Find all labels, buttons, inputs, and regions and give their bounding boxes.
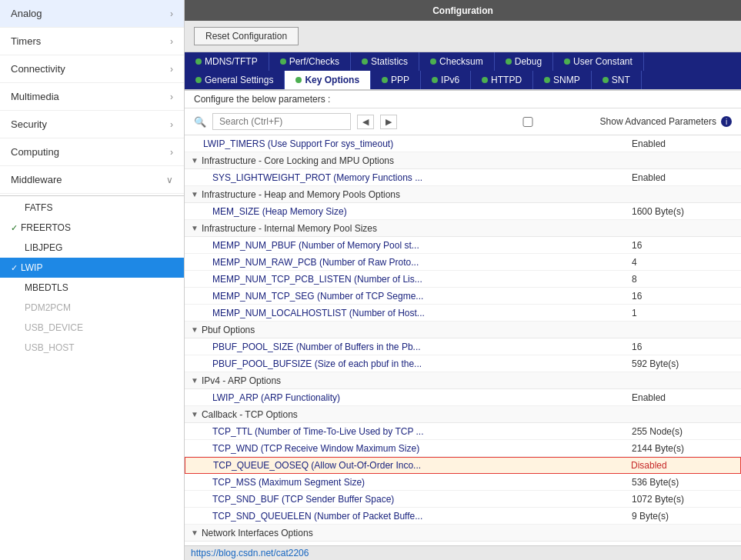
collapse-icon: ▼ — [191, 528, 199, 537]
tab-checksum[interactable]: Checksum — [419, 52, 495, 71]
show-advanced-checkbox[interactable] — [459, 117, 597, 127]
sidebar-sub-pdm2pcm: PDM2PCM — [0, 298, 184, 318]
param-name: LWIP_TIMERS (Use Support For sys_timeout… — [203, 138, 632, 149]
param-value: 536 Byte(s) — [632, 477, 732, 488]
sidebar-sub-libjpeg[interactable]: LIBJPEG — [0, 238, 184, 258]
param-name: TCP_TTL (Number of Time-To-Live Used by … — [212, 426, 632, 437]
table-row[interactable]: MEMP_NUM_RAW_PCB (Number of Raw Proto...… — [185, 254, 741, 271]
param-name: SYS_LIGHTWEIGHT_PROT (Memory Functions .… — [212, 172, 632, 183]
param-value: Enabled — [632, 138, 732, 149]
tab-ipv6[interactable]: IPv6 — [421, 71, 471, 89]
param-name: PBUF_POOL_SIZE (Number of Buffers in the… — [212, 342, 632, 352]
search-input[interactable] — [212, 113, 351, 130]
table-row[interactable]: TCP_TTL (Number of Time-To-Live Used by … — [185, 423, 741, 440]
tab-statistics[interactable]: Statistics — [351, 52, 419, 71]
param-name: MEM_SIZE (Heap Memory Size) — [212, 206, 632, 217]
table-row[interactable]: TCP_QUEUE_OOSEQ (Allow Out-Of-Order Inco… — [185, 457, 741, 474]
sidebar-sub-lwip[interactable]: ✓ LWIP — [0, 258, 184, 278]
param-value: Enabled — [632, 392, 732, 403]
tab-user-constant[interactable]: User Constant — [553, 52, 644, 71]
nav-prev-button[interactable]: ◀ — [357, 115, 374, 129]
tab-dot-icon — [382, 77, 388, 83]
tab-general-settings[interactable]: General Settings — [185, 71, 285, 89]
table-row[interactable]: PBUF_POOL_BUFSIZE (Size of each pbuf in … — [185, 355, 741, 372]
tabs-row2: General Settings Key Options PPP IPv6 HT… — [185, 71, 741, 91]
section-title: Infrastructure - Heap and Memory Pools O… — [202, 189, 400, 200]
param-name: MEMP_NUM_LOCALHOSTLIST (Number of Host..… — [212, 308, 632, 318]
tab-httpd[interactable]: HTTPD — [471, 71, 533, 89]
main-title: Configuration — [432, 5, 493, 16]
table-row[interactable]: MEM_SIZE (Heap Memory Size)1600 Byte(s) — [185, 203, 741, 220]
table-row[interactable]: MEMP_NUM_TCP_PCB_LISTEN (Number of Lis..… — [185, 271, 741, 288]
tab-snmp[interactable]: SNMP — [533, 71, 592, 89]
chevron-down-icon: ∨ — [166, 175, 173, 185]
check-icon: ✓ — [11, 223, 18, 233]
chevron-right-icon: › — [170, 8, 173, 19]
sidebar-sub-fatfs[interactable]: FATFS — [0, 198, 184, 218]
show-advanced-container: Show Advanced Parameters i — [459, 116, 732, 127]
param-value: 592 Byte(s) — [632, 358, 732, 369]
section-header[interactable]: ▼Network Interfaces Options — [185, 525, 741, 542]
tab-debug[interactable]: Debug — [495, 52, 553, 71]
tab-key-options[interactable]: Key Options — [285, 71, 371, 89]
empty-check — [11, 282, 22, 293]
table-row[interactable]: LWIP_ARP (ARP Functionality)Enabled — [185, 389, 741, 406]
table-row[interactable]: SYS_LIGHTWEIGHT_PROT (Memory Functions .… — [185, 169, 741, 186]
url-bar: https://blog.csdn.net/cat2206 — [185, 545, 741, 560]
sidebar-item-computing[interactable]: Computing › — [0, 138, 184, 166]
collapse-icon: ▼ — [191, 224, 199, 232]
table-row[interactable]: PBUF_POOL_SIZE (Number of Buffers in the… — [185, 338, 741, 355]
table-row[interactable]: TCP_MSS (Maximum Segment Size)536 Byte(s… — [185, 474, 741, 491]
section-header[interactable]: ▼Pbuf Options — [185, 322, 741, 338]
tab-snt[interactable]: SNT — [592, 71, 642, 89]
sidebar-sub-freertos[interactable]: ✓ FREERTOS — [0, 218, 184, 238]
tab-perf[interactable]: Perf/Checks — [269, 52, 351, 71]
tabs-row1: MDNS/TFTP Perf/Checks Statistics Checksu… — [185, 52, 741, 71]
config-description: Configure the below parameters : — [185, 91, 741, 108]
table-row[interactable]: MEMP_NUM_LOCALHOSTLIST (Number of Host..… — [185, 305, 741, 322]
table-row[interactable]: MEMP_NUM_TCP_SEG (Number of TCP Segme...… — [185, 288, 741, 305]
tab-dot-icon — [544, 77, 550, 83]
section-header[interactable]: ▼Infrastructure - Internal Memory Pool S… — [185, 220, 741, 237]
param-value: 255 Node(s) — [632, 426, 732, 437]
param-name: MEMP_NUM_RAW_PCB (Number of Raw Proto... — [212, 257, 632, 268]
tab-ppp[interactable]: PPP — [371, 71, 421, 89]
tab-dot-icon — [280, 58, 286, 65]
table-row[interactable]: TCP_SND_BUF (TCP Sender Buffer Space)107… — [185, 491, 741, 508]
param-name: MEMP_NUM_PBUF (Number of Memory Pool st.… — [212, 240, 632, 251]
tab-dot-icon — [295, 77, 302, 83]
param-value: 1072 Byte(s) — [632, 494, 732, 505]
section-header[interactable]: ▼IPv4 - ARP Options — [185, 372, 741, 389]
param-name: LWIP_ARP (ARP Functionality) — [212, 392, 632, 403]
sidebar-item-middleware[interactable]: Middleware ∨ — [0, 166, 184, 194]
sidebar-item-timers[interactable]: Timers › — [0, 28, 184, 55]
section-header[interactable]: ▼Callback - TCP Options — [185, 406, 741, 423]
table-row[interactable]: LWIP_TIMERS (Use Support For sys_timeout… — [185, 135, 741, 152]
section-header[interactable]: ▼Infrastructure - Heap and Memory Pools … — [185, 186, 741, 203]
search-bar: 🔍 ◀ ▶ Show Advanced Parameters i — [185, 108, 741, 135]
table-row[interactable]: MEMP_NUM_PBUF (Number of Memory Pool st.… — [185, 237, 741, 254]
param-value: 8 — [632, 274, 732, 285]
show-advanced-label: Show Advanced Parameters — [600, 116, 716, 127]
sidebar-sub-mbedtls[interactable]: MBEDTLS — [0, 278, 184, 298]
tab-mdns[interactable]: MDNS/TFTP — [185, 52, 269, 71]
section-header[interactable]: ▼Infrastructure - Core Locking and MPU O… — [185, 152, 741, 169]
section-title: Network Interfaces Options — [202, 528, 313, 538]
chevron-right-icon: › — [170, 119, 173, 130]
sidebar-item-connectivity[interactable]: Connectivity › — [0, 55, 184, 83]
tab-dot-icon — [195, 58, 202, 65]
param-name: TCP_SND_QUEUELEN (Number of Packet Buffe… — [212, 511, 632, 522]
section-title: Infrastructure - Core Locking and MPU Op… — [202, 155, 394, 166]
sidebar-item-multimedia[interactable]: Multimedia › — [0, 83, 184, 111]
nav-next-button[interactable]: ▶ — [380, 115, 397, 129]
sidebar-item-security[interactable]: Security › — [0, 111, 184, 138]
section-title: IPv4 - ARP Options — [202, 375, 281, 386]
param-name: TCP_WND (TCP Receive Window Maximum Size… — [212, 443, 632, 454]
param-value: 1600 Byte(s) — [632, 206, 732, 217]
tab-dot-icon — [430, 58, 436, 65]
sidebar-item-analog[interactable]: Analog › — [0, 0, 184, 28]
table-row[interactable]: TCP_WND (TCP Receive Window Maximum Size… — [185, 440, 741, 457]
reset-config-button[interactable]: Reset Configuration — [194, 27, 299, 45]
toolbar: Reset Configuration — [185, 21, 741, 52]
table-row[interactable]: TCP_SND_QUEUELEN (Number of Packet Buffe… — [185, 508, 741, 525]
